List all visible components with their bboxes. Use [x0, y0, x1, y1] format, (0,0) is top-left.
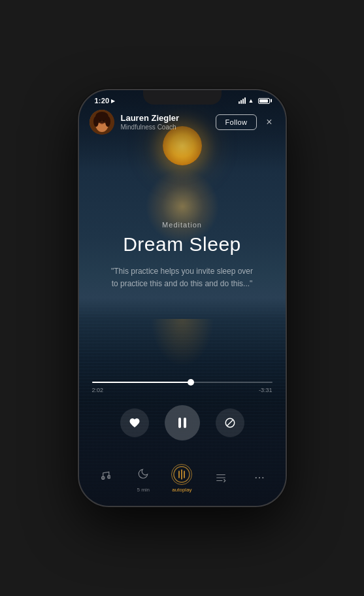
bar3	[242, 99, 244, 104]
player-area: 2:02 -3:31	[79, 376, 286, 440]
more-icon-wrap	[249, 467, 270, 488]
nav-item-more[interactable]	[249, 467, 270, 490]
svg-point-7	[99, 120, 100, 122]
category-label: Meditation	[99, 221, 266, 229]
more-icon	[254, 472, 265, 484]
pause-bar-right	[184, 418, 186, 428]
bottom-navigation: 5 min autoplay	[79, 464, 286, 493]
power-button[interactable]	[286, 169, 287, 208]
svg-point-6	[105, 116, 110, 127]
author-header: Lauren Ziegler Mindfulness Coach Follow …	[79, 110, 286, 135]
author-info: Lauren Ziegler Mindfulness Coach	[121, 113, 209, 131]
content-area: Meditation Dream Sleep "This practice he…	[79, 221, 286, 290]
svg-point-15	[255, 476, 256, 478]
signal-icon	[239, 97, 246, 104]
autoplay-label: autoplay	[172, 487, 191, 493]
battery-fill	[259, 99, 269, 103]
nav-item-autoplay[interactable]: autoplay	[171, 464, 192, 493]
remaining-time: -3:31	[259, 387, 273, 393]
author-title: Mindfulness Coach	[121, 124, 209, 131]
author-name: Lauren Ziegler	[121, 113, 209, 124]
sleep-timer-label: 5 min	[137, 487, 150, 493]
slash-icon	[224, 417, 236, 429]
location-icon: ▶	[111, 98, 115, 104]
bar2	[240, 100, 242, 104]
avatar	[90, 110, 114, 135]
progress-container[interactable]: 2:02 -3:31	[92, 376, 273, 396]
queue-icon-wrap	[210, 467, 231, 488]
playback-controls	[92, 405, 273, 440]
sleep-timer-wrap	[133, 464, 154, 485]
progress-fill	[92, 382, 191, 383]
autoplay-ring	[173, 465, 191, 484]
pause-icon	[178, 418, 186, 428]
battery-icon	[258, 98, 270, 104]
skip-button[interactable]	[216, 408, 244, 437]
progress-thumb	[188, 379, 194, 386]
status-icons: ▲	[239, 97, 270, 104]
nav-item-sleep-timer[interactable]: 5 min	[133, 464, 154, 493]
bar4	[244, 97, 246, 104]
wifi-icon: ▲	[248, 97, 254, 104]
favorite-button[interactable]	[120, 408, 149, 437]
svg-point-8	[103, 120, 104, 122]
progress-track[interactable]	[92, 382, 273, 383]
current-time: 2:02	[92, 387, 104, 393]
pause-bar-left	[178, 418, 181, 428]
svg-point-5	[93, 116, 99, 127]
bar1	[239, 101, 240, 104]
svg-line-10	[227, 420, 233, 426]
screen: 1:20 ▶ ▲	[79, 90, 286, 506]
queue-icon	[215, 472, 227, 484]
follow-button[interactable]: Follow	[216, 114, 257, 130]
heart-icon	[129, 417, 141, 429]
music-icon	[99, 471, 110, 484]
phone-frame: 1:20 ▶ ▲	[78, 89, 287, 507]
notch	[143, 90, 222, 105]
status-time: 1:20	[95, 97, 110, 105]
nav-item-music[interactable]	[94, 467, 115, 490]
time-labels: 2:02 -3:31	[92, 387, 273, 393]
close-button[interactable]: ×	[263, 114, 274, 130]
moon-icon	[137, 468, 149, 482]
nav-item-queue[interactable]	[210, 467, 231, 490]
svg-point-16	[259, 476, 260, 478]
pause-button[interactable]	[165, 405, 200, 440]
track-description: "This practice helps you invite sleep ov…	[110, 265, 254, 290]
svg-point-17	[262, 476, 263, 478]
autoplay-icon-wrap	[171, 464, 192, 485]
track-title: Dream Sleep	[99, 233, 266, 256]
music-icon-wrap	[94, 467, 115, 488]
